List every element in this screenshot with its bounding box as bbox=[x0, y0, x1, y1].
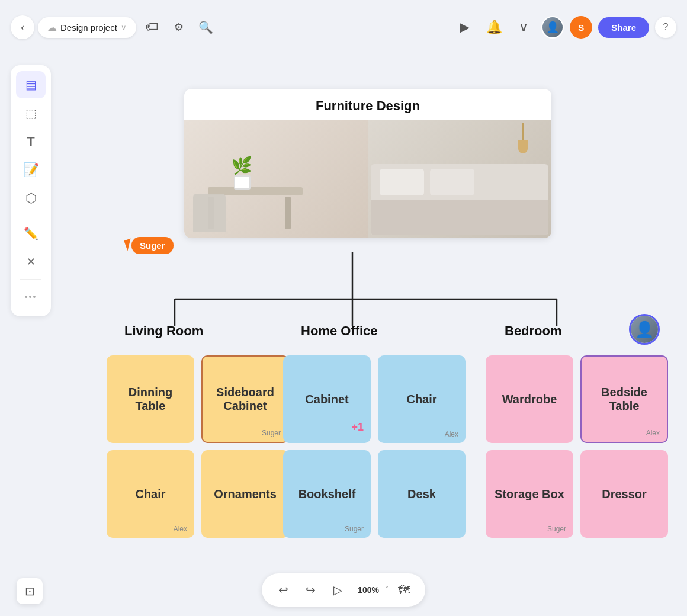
bottom-left-button[interactable]: ⊡ bbox=[17, 578, 43, 604]
img-desk-scene: 🌿 bbox=[184, 120, 368, 238]
sticky-owner: Alex bbox=[174, 525, 187, 533]
zoom-chevron: ˅ bbox=[385, 586, 389, 594]
pot-body bbox=[234, 175, 251, 190]
category-home-office: Home Office bbox=[301, 323, 378, 339]
sticky-label: Bookshelf bbox=[298, 487, 356, 501]
sticky-label: Chair bbox=[406, 393, 436, 406]
settings-button[interactable]: ⚙ bbox=[167, 15, 191, 39]
bottom-toolbar: ↩ ↪ ▷ 100% ˅ 🗺 bbox=[262, 573, 425, 607]
chevron-icon: ∨ bbox=[121, 23, 127, 32]
pendant-light bbox=[518, 123, 528, 153]
sticky-label: Chair bbox=[135, 487, 165, 501]
back-button[interactable]: ‹ bbox=[11, 15, 34, 39]
sticky-label: Storage Box bbox=[495, 487, 564, 501]
plant-leaves: 🌿 bbox=[232, 156, 252, 175]
main-card[interactable]: Furniture Design 🌿 bbox=[184, 89, 551, 238]
map-button[interactable]: 🗺 bbox=[392, 578, 416, 602]
connector-icon: ✕ bbox=[27, 255, 36, 268]
play-button[interactable]: ▶ bbox=[452, 15, 476, 39]
sticky-storage-box[interactable]: Storage Box Suger bbox=[486, 450, 573, 538]
remote-avatar-image: 👤 bbox=[631, 316, 658, 343]
more-icon: ••• bbox=[25, 292, 37, 301]
living-room-grid: Dinning Table Sideboard Cabinet Suger Ch… bbox=[107, 355, 289, 538]
sticky-cabinet[interactable]: Cabinet +1 bbox=[283, 355, 371, 443]
project-pill[interactable]: ☁ Design project ∨ bbox=[38, 17, 136, 38]
select-icon: ⬚ bbox=[25, 106, 37, 120]
bed-frame bbox=[371, 164, 548, 235]
sidebar-item-note[interactable]: 📝 bbox=[16, 156, 46, 184]
sticky-chair-office[interactable]: Chair Alex bbox=[378, 355, 466, 443]
tag-button[interactable]: 🏷 bbox=[140, 15, 163, 39]
note-icon: 📝 bbox=[23, 162, 39, 178]
pointer-icon: ▷ bbox=[333, 583, 342, 597]
sticky-chair-living[interactable]: Chair Alex bbox=[107, 450, 194, 538]
share-button[interactable]: Share bbox=[598, 17, 649, 38]
sticky-badge: +1 bbox=[351, 421, 364, 434]
avatar-user2: S bbox=[570, 16, 592, 38]
toolbar-right: ▶ 🔔 ∨ 👤 S Share ? bbox=[452, 15, 676, 39]
canvas-area: Furniture Design 🌿 bbox=[59, 53, 676, 575]
sticky-sideboard-cabinet[interactable]: Sideboard Cabinet Suger bbox=[201, 355, 289, 443]
sidebar-item-select[interactable]: ⬚ bbox=[16, 100, 46, 127]
project-name-label: Design project bbox=[60, 23, 117, 33]
sticky-wardrobe[interactable]: Wardrobe bbox=[486, 355, 573, 443]
cursor-label: Suger bbox=[131, 237, 174, 254]
sidebar-item-connector[interactable]: ✕ bbox=[16, 248, 46, 275]
main-card-images: 🌿 bbox=[184, 120, 551, 238]
sticky-bookshelf[interactable]: Bookshelf Suger bbox=[283, 450, 371, 538]
redo-icon: ↪ bbox=[306, 583, 316, 597]
comment-button[interactable]: 🔔 bbox=[482, 15, 506, 39]
sticky-dinning-table[interactable]: Dinning Table bbox=[107, 355, 194, 443]
sidebar-item-shape[interactable]: ⬡ bbox=[16, 185, 46, 212]
search-button[interactable]: 🔍 bbox=[194, 15, 218, 39]
toolbar-left: ‹ ☁ Design project ∨ 🏷 ⚙ 🔍 bbox=[11, 15, 218, 39]
top-toolbar: ‹ ☁ Design project ∨ 🏷 ⚙ 🔍 ▶ 🔔 ∨ 👤 S Sha… bbox=[11, 11, 676, 44]
sidebar-item-frames[interactable]: ▤ bbox=[16, 71, 46, 98]
sidebar-item-text[interactable]: T bbox=[16, 128, 46, 155]
pen-icon: ✏️ bbox=[24, 226, 38, 240]
sticky-label: Ornaments bbox=[214, 487, 277, 501]
pointer-button[interactable]: ▷ bbox=[326, 578, 349, 602]
text-icon: T bbox=[27, 134, 34, 149]
sticky-label: Wardrobe bbox=[502, 393, 557, 406]
bed-pillow-2 bbox=[430, 169, 474, 195]
sticky-label: Sideboard Cabinet bbox=[210, 386, 281, 413]
home-office-grid: Cabinet +1 Chair Alex Bookshelf Suger De… bbox=[283, 355, 466, 538]
sticky-owner: Suger bbox=[262, 429, 281, 437]
remote-cursor-avatar: 👤 bbox=[629, 314, 660, 345]
sticky-ornaments[interactable]: Ornaments bbox=[201, 450, 289, 538]
sticky-owner: Alex bbox=[646, 429, 660, 437]
shape-icon: ⬡ bbox=[25, 191, 37, 206]
sticky-owner: Suger bbox=[345, 525, 364, 533]
bed-pillow-1 bbox=[380, 169, 424, 195]
sticky-label: Dressor bbox=[602, 487, 647, 501]
zoom-control[interactable]: 100% ˅ bbox=[353, 585, 389, 595]
category-bedroom: Bedroom bbox=[505, 323, 562, 339]
chair-back bbox=[193, 194, 226, 232]
sticky-desk[interactable]: Desk bbox=[378, 450, 466, 538]
sticky-dressor[interactable]: Dressor bbox=[580, 450, 668, 538]
avatar-user1: 👤 bbox=[541, 16, 564, 38]
zoom-label: 100% bbox=[353, 585, 384, 595]
sidebar-item-more[interactable]: ••• bbox=[16, 283, 46, 310]
sticky-label: Desk bbox=[407, 487, 436, 501]
img-bed-scene bbox=[368, 120, 551, 238]
desk-leg-right bbox=[285, 197, 291, 229]
help-button[interactable]: ? bbox=[655, 17, 676, 38]
sticky-label: Bedside Table bbox=[589, 386, 660, 413]
sticky-owner: Suger bbox=[547, 525, 566, 533]
sticky-label: Cabinet bbox=[305, 393, 348, 406]
pendant-shade bbox=[518, 140, 528, 153]
undo-button[interactable]: ↩ bbox=[271, 578, 295, 602]
frames-icon: ▤ bbox=[25, 78, 37, 92]
sticky-bedside-table[interactable]: Bedside Table Alex bbox=[580, 355, 668, 443]
history-button[interactable]: ∨ bbox=[512, 15, 535, 39]
pendant-cord bbox=[522, 123, 524, 140]
sidebar-divider-1 bbox=[20, 216, 41, 216]
plant-illustration: 🌿 bbox=[232, 156, 252, 190]
sidebar-item-pen[interactable]: ✏️ bbox=[16, 220, 46, 247]
redo-button[interactable]: ↪ bbox=[298, 578, 322, 602]
main-card-title: Furniture Design bbox=[184, 89, 551, 120]
cursor-suger: Suger bbox=[126, 237, 174, 254]
category-living-room: Living Room bbox=[124, 323, 203, 339]
